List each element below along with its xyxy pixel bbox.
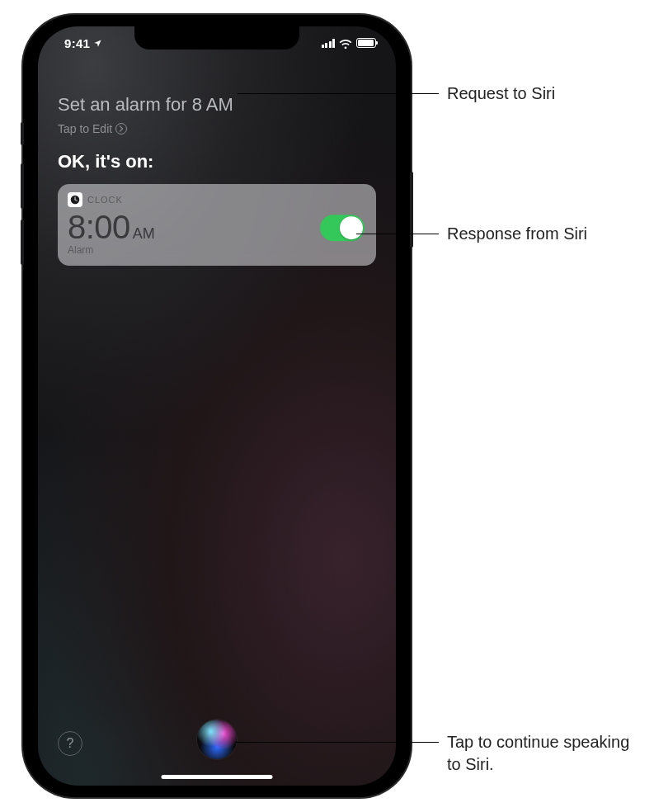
alarm-card[interactable]: CLOCK 8:00 AM Alarm (58, 184, 376, 266)
status-time: 9:41 (64, 36, 102, 50)
alarm-card-subtitle: Alarm (68, 244, 365, 256)
callout-leader (356, 234, 439, 234)
volume-down-button[interactable] (21, 220, 24, 265)
mute-switch[interactable] (21, 122, 24, 145)
question-mark-icon: ? (67, 736, 74, 751)
cellular-signal-icon (322, 39, 336, 48)
volume-up-button[interactable] (21, 163, 24, 209)
home-indicator[interactable] (162, 775, 273, 779)
alarm-time-value: 8:00 (68, 209, 130, 246)
callout-request: Request to Siri (447, 83, 555, 105)
callout-leader (238, 93, 439, 94)
clock-app-icon (68, 192, 82, 207)
side-button[interactable] (410, 172, 413, 248)
siri-orb-button[interactable] (197, 720, 237, 759)
tap-to-edit-button[interactable]: Tap to Edit (58, 122, 127, 135)
wifi-icon (339, 38, 352, 48)
battery-icon (356, 38, 376, 48)
alarm-ampm: AM (133, 225, 155, 243)
status-time-text: 9:41 (64, 36, 90, 50)
siri-help-button[interactable]: ? (58, 731, 82, 756)
siri-request-text: Set an alarm for 8 AM (58, 94, 376, 116)
phone-frame: 9:41 Set an alarm for 8 AM (23, 15, 411, 797)
tap-to-edit-label: Tap to Edit (58, 122, 112, 135)
location-icon (93, 39, 102, 48)
siri-response-text: OK, it's on: (58, 151, 376, 172)
alarm-toggle[interactable] (320, 215, 365, 241)
chevron-right-icon (115, 123, 127, 135)
callout-response: Response from Siri (447, 223, 587, 245)
screen: 9:41 Set an alarm for 8 AM (38, 26, 396, 786)
alarm-card-app-label: CLOCK (87, 195, 123, 205)
notch (134, 26, 299, 50)
callout-orb: Tap to continue speaking to Siri. (447, 731, 637, 776)
callout-leader (236, 742, 439, 743)
toggle-knob (340, 216, 363, 239)
